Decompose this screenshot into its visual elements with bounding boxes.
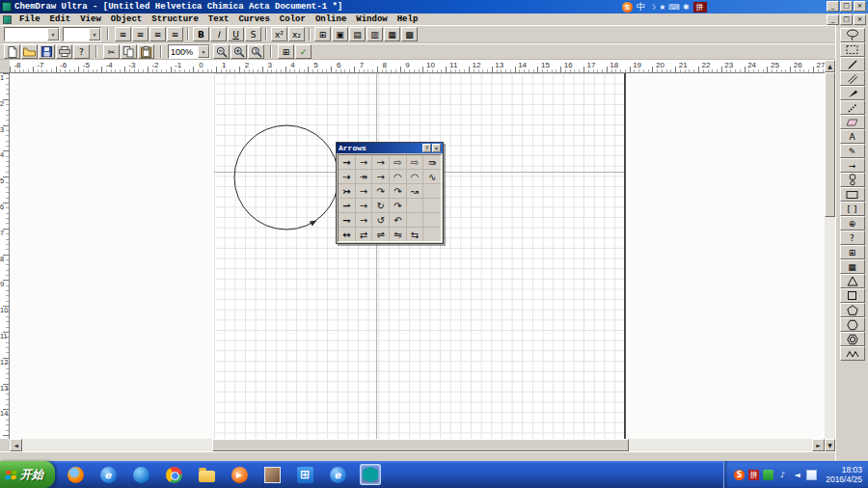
menu-structure[interactable]: Structure [147, 14, 203, 24]
zoom-in-button[interactable] [231, 44, 247, 59]
template-tool[interactable]: ▦ [840, 259, 865, 274]
thunderbird-icon[interactable] [130, 464, 151, 485]
arrow-option[interactable]: ↔ [339, 228, 356, 241]
menu-file[interactable]: File [14, 14, 45, 24]
print-button[interactable] [56, 44, 72, 59]
style-combo-arrow-icon[interactable]: ▼ [47, 28, 59, 41]
sogou-tray-icon[interactable]: S [734, 470, 745, 480]
sogou-language-bar[interactable]: S 中 ☽★⌨✱ 拼 [622, 1, 707, 13]
minimize-button[interactable]: _ [827, 1, 839, 12]
open-button[interactable] [21, 44, 38, 59]
menu-color[interactable]: Color [275, 14, 311, 24]
horizontal-scrollbar[interactable]: ◄ ► [10, 439, 825, 451]
arrow-option[interactable] [423, 184, 441, 198]
arrow-option[interactable]: ↣ [339, 184, 356, 198]
underline-button[interactable]: U [228, 27, 244, 41]
arrow-option[interactable] [423, 199, 441, 212]
align-objects-button[interactable]: ▥ [366, 27, 383, 41]
subscript-button[interactable]: x₂ [288, 27, 305, 41]
arrow-option[interactable]: ↝ [407, 184, 424, 198]
star-icon[interactable]: ★ [659, 3, 665, 12]
query-tool[interactable]: ? [840, 230, 865, 245]
arrow-option[interactable]: ↠ [356, 170, 373, 183]
arrow-option[interactable]: ↷ [372, 184, 390, 198]
firefox-icon[interactable] [65, 464, 86, 485]
photos-icon[interactable] [261, 464, 283, 485]
scroll-right-button[interactable]: ► [812, 439, 825, 451]
menu-text[interactable]: Text [203, 14, 234, 24]
arrow-option[interactable]: ↷ [390, 184, 407, 198]
arrow-option[interactable]: ⇁ [339, 213, 356, 227]
align-right-button[interactable]: ≡ [149, 27, 166, 41]
mdi-minimize-button[interactable]: _ [827, 14, 839, 25]
folder-icon[interactable] [196, 464, 217, 485]
arrow-option[interactable]: ↷ [390, 199, 407, 212]
arrow-option[interactable]: ⇛ [423, 155, 441, 169]
bracket-tool[interactable]: [ ] [840, 202, 865, 216]
group-frame-button[interactable]: ▤ [349, 27, 366, 41]
size-combo[interactable]: ▼ [63, 27, 101, 41]
distribute-objects-button[interactable]: ▦ [384, 27, 400, 41]
chart-tray-icon[interactable] [806, 470, 817, 480]
maximize-button[interactable]: □ [840, 1, 853, 12]
menu-window[interactable]: Window [351, 14, 392, 24]
periodic-table-button[interactable]: ⊞ [278, 44, 294, 59]
ime-language-indicator[interactable]: 中 [637, 1, 645, 14]
scroll-left-button[interactable]: ◄ [10, 439, 22, 451]
cyclopentane-tool[interactable] [840, 303, 865, 317]
arrow-option[interactable]: → [339, 155, 356, 169]
media-player-icon[interactable]: ▶ [229, 464, 250, 485]
drawing-rectangle-tool[interactable] [840, 187, 865, 202]
menu-view[interactable]: View [75, 14, 106, 24]
style-combo[interactable]: ▼ [4, 27, 60, 41]
volume-tray-icon[interactable]: ◄ [792, 470, 802, 480]
align-justify-button[interactable]: ≡ [167, 27, 183, 41]
cyclohexane-tool[interactable] [840, 317, 865, 332]
sogou-logo-icon[interactable]: S [622, 2, 633, 13]
arrow-option[interactable]: ∿ [423, 170, 441, 183]
bold-button[interactable]: B [193, 27, 209, 41]
arrow-option[interactable]: → [372, 170, 390, 183]
arrow-option[interactable] [423, 228, 441, 241]
arrow-option[interactable]: ↺ [372, 213, 390, 227]
benzene-tool[interactable] [840, 332, 865, 346]
wedge-bond-tool[interactable] [840, 86, 865, 100]
marquee-tool[interactable] [840, 42, 865, 57]
arrow-option[interactable]: ◠ [390, 170, 407, 183]
zoom-combo[interactable]: 100% ▼ [168, 44, 210, 59]
palette-close-button[interactable]: × [432, 144, 441, 152]
zoom-out-button[interactable] [213, 44, 230, 59]
title-bar[interactable]: ChemDraw Ultra - [Untitled Helvetica Chi… [0, 0, 868, 14]
table-tool[interactable]: ⊞ [840, 245, 865, 259]
arrow-option[interactable]: ⇀ [339, 199, 356, 212]
music-tray-icon[interactable]: ♪ [777, 470, 788, 480]
cut-button[interactable]: ✂ [103, 44, 120, 59]
orbital-tool[interactable] [840, 173, 865, 187]
multiple-bond-tool[interactable] [840, 71, 865, 86]
mdi-restore-button[interactable]: □ [840, 14, 853, 25]
scroll-down-button[interactable]: ▼ [825, 439, 835, 451]
arrow-tool[interactable]: → [840, 158, 865, 173]
chemoffice-icon[interactable] [360, 464, 381, 485]
frame-button[interactable]: ▣ [332, 27, 348, 41]
size-combo-arrow-icon[interactable]: ▼ [89, 28, 100, 41]
document-page[interactable] [214, 73, 626, 439]
ime-mode-badge[interactable]: 拼 [693, 2, 707, 13]
ime-tray-icon[interactable]: 拼 [748, 470, 759, 480]
arrow-option[interactable]: ⇌ [372, 228, 390, 241]
arrow-option[interactable] [407, 199, 424, 212]
show-atom-numbers-button[interactable]: ⊞ [314, 27, 331, 41]
vertical-scroll-thumb[interactable] [825, 72, 835, 217]
chem-check-button[interactable]: ✓ [295, 44, 312, 59]
security-tray-icon[interactable] [763, 470, 773, 480]
hashed-bond-tool[interactable] [840, 100, 865, 115]
paste-button[interactable] [138, 44, 154, 59]
new-document-button[interactable] [4, 44, 20, 59]
arrow-option[interactable]: ⇨ [407, 155, 424, 169]
layout-button[interactable]: ▩ [401, 27, 418, 41]
menu-edit[interactable]: Edit [45, 14, 76, 24]
pen-tool[interactable]: ✎ [840, 144, 865, 158]
menu-curves[interactable]: Curves [233, 14, 274, 24]
arrow-option[interactable]: ⇢ [339, 170, 356, 183]
text-tool[interactable]: A [840, 129, 865, 144]
